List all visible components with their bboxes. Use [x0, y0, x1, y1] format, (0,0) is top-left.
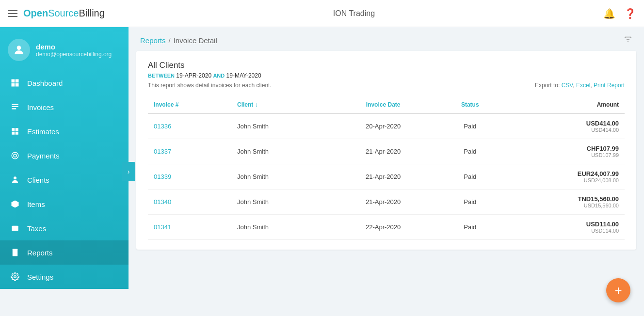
sidebar-item-dashboard[interactable]: Dashboard: [0, 71, 129, 95]
amount-primary: CHF107.99: [510, 145, 619, 152]
report-description: This report shows detail invoices for ea…: [148, 82, 625, 89]
report-card: All Clients BETWEEN 19-APR-2020 AND 19-M…: [136, 51, 636, 250]
sidebar-item-reports[interactable]: Reports: [0, 240, 129, 265]
col-amount: Amount: [504, 96, 625, 113]
invoices-label: Invoices: [27, 103, 54, 111]
hamburger-menu[interactable]: [8, 10, 17, 17]
table-row: 01340 John Smith 21-Apr-2020 Paid TND15,…: [148, 190, 625, 215]
content-area: Reports / Invoice Detail All Clients BET…: [129, 27, 644, 316]
export-links: Export to: CSV, Excel, Print Report: [535, 82, 625, 89]
cell-invoice: 01340: [148, 190, 231, 215]
dashboard-icon: [10, 78, 20, 88]
report-meta: BETWEEN 19-APR-2020 AND 19-MAY-2020: [148, 72, 625, 79]
svg-rect-16: [12, 226, 18, 231]
invoice-link[interactable]: 01340: [154, 198, 171, 205]
filter-icon[interactable]: [624, 35, 632, 46]
sidebar-collapse-button[interactable]: ›: [122, 162, 135, 181]
cell-invoice: 01339: [148, 164, 231, 190]
sidebar-item-invoices[interactable]: Invoices: [0, 95, 129, 119]
user-name: demo: [36, 43, 112, 51]
cell-client: John Smith: [231, 215, 330, 240]
cell-invoice: 01336: [148, 113, 231, 139]
invoice-link[interactable]: 01339: [154, 173, 171, 180]
taxes-icon: [10, 223, 20, 234]
amount-primary: USD114.00: [510, 221, 619, 228]
amount-secondary: USD107.99: [510, 152, 619, 158]
cell-invoice: 01341: [148, 215, 231, 240]
col-invoice[interactable]: Invoice #: [148, 96, 231, 113]
invoice-link[interactable]: 01341: [154, 223, 171, 231]
table-row: 01336 John Smith 20-Apr-2020 Paid USD414…: [148, 113, 625, 139]
clients-label: Clients: [27, 176, 49, 184]
cell-amount: USD414.00 USD414.00: [504, 113, 625, 139]
meta-between: BETWEEN: [148, 73, 175, 79]
export-excel[interactable]: Excel: [576, 82, 590, 89]
svg-rect-22: [14, 253, 16, 254]
breadcrumb-reports[interactable]: Reports: [140, 36, 166, 45]
amount-primary: EUR24,007.99: [510, 170, 619, 177]
invoices-icon: [10, 102, 20, 112]
svg-rect-10: [12, 132, 15, 135]
cell-invoice: 01337: [148, 139, 231, 164]
sidebar-item-items[interactable]: Items: [0, 192, 129, 216]
breadcrumb: Reports / Invoice Detail: [140, 36, 217, 45]
brand-logo: OpenSourceBilling: [23, 8, 105, 19]
cell-amount: EUR24,007.99 USD24,008.00: [504, 164, 625, 190]
estimates-label: Estimates: [27, 127, 59, 136]
sidebar-item-estimates[interactable]: Estimates: [0, 119, 129, 143]
cell-status: Paid: [436, 190, 504, 215]
invoice-link[interactable]: 01337: [154, 148, 171, 155]
items-icon: [10, 199, 20, 209]
cell-status: Paid: [436, 164, 504, 190]
table-body: 01336 John Smith 20-Apr-2020 Paid USD414…: [148, 113, 625, 240]
cell-amount: USD114.00 USD114.00: [504, 215, 625, 240]
cell-status: Paid: [436, 113, 504, 139]
cell-amount: CHF107.99 USD107.99: [504, 139, 625, 164]
cell-client: John Smith: [231, 164, 330, 190]
sidebar: demo demo@opensourcebilling.org Dashboar…: [0, 27, 129, 289]
dashboard-label: Dashboard: [27, 79, 63, 87]
svg-point-0: [17, 46, 21, 50]
cell-amount: TND15,560.00 USD15,560.00: [504, 190, 625, 215]
export-print[interactable]: Print Report: [594, 82, 625, 89]
svg-point-14: [14, 176, 16, 179]
help-icon[interactable]: ❓: [624, 8, 636, 19]
svg-rect-7: [12, 108, 16, 109]
amount-secondary: USD114.00: [510, 228, 619, 234]
items-label: Items: [27, 200, 45, 208]
cell-date: 20-Apr-2020: [330, 113, 436, 139]
svg-rect-6: [12, 106, 18, 107]
meta-date1: 19-APR-2020: [176, 72, 211, 79]
col-status[interactable]: Status: [436, 96, 504, 113]
col-date[interactable]: Invoice Date: [330, 96, 436, 113]
svg-rect-1: [12, 79, 15, 83]
sidebar-nav: Dashboard Invoices Estimates: [0, 71, 129, 289]
table-row: 01339 John Smith 21-Apr-2020 Paid EUR24,…: [148, 164, 625, 190]
breadcrumb-current: Invoice Detail: [174, 36, 217, 45]
reports-label: Reports: [27, 249, 53, 257]
sidebar-item-clients[interactable]: Clients: [0, 168, 129, 192]
svg-rect-3: [12, 83, 15, 87]
col-client[interactable]: Client ↓: [231, 96, 330, 113]
avatar: [8, 39, 30, 61]
svg-rect-2: [16, 79, 19, 83]
fab-button[interactable]: +: [606, 278, 630, 302]
notification-icon[interactable]: 🔔: [603, 8, 615, 19]
amount-secondary: USD24,008.00: [510, 177, 619, 183]
payments-icon: [10, 150, 20, 161]
sidebar-item-settings[interactable]: Settings: [0, 265, 129, 289]
clients-icon: [10, 174, 20, 185]
svg-rect-8: [12, 128, 15, 131]
export-csv[interactable]: CSV: [562, 82, 573, 89]
svg-point-13: [14, 154, 16, 157]
invoice-link[interactable]: 01336: [154, 123, 171, 130]
cell-client: John Smith: [231, 190, 330, 215]
svg-point-23: [14, 276, 16, 278]
sidebar-item-taxes[interactable]: Taxes: [0, 216, 129, 240]
breadcrumb-separator: /: [169, 36, 171, 45]
cell-date: 21-Apr-2020: [330, 164, 436, 190]
svg-rect-11: [16, 132, 18, 135]
sidebar-item-payments[interactable]: Payments: [0, 143, 129, 168]
settings-icon: [10, 271, 20, 282]
amount-secondary: USD15,560.00: [510, 203, 619, 208]
